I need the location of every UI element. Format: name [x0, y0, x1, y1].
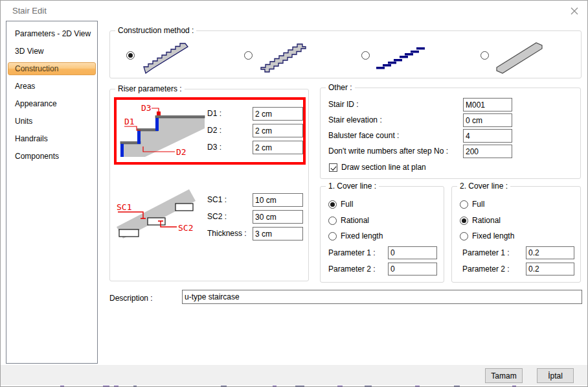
stair-plain-slab-icon: [495, 40, 545, 74]
cover1-radio-rational[interactable]: [328, 217, 337, 225]
title-bar: Stair Edit: [1, 1, 587, 21]
sc2-label: SC2 :: [207, 210, 227, 224]
thickness-input[interactable]: [253, 227, 303, 240]
construction-method-radio-steps-on-slab[interactable]: [126, 51, 135, 60]
cover1-parameter1-input[interactable]: [388, 246, 437, 259]
sidebar-item-parameters-2d-view[interactable]: Parameters - 2D View: [6, 25, 97, 43]
d2-label: D2 :: [207, 124, 221, 137]
cancel-button[interactable]: İptal: [537, 368, 574, 383]
cover2-full-label: Full: [472, 198, 484, 211]
other-group-title: Other :: [326, 83, 355, 92]
baluster-face-count-input[interactable]: [463, 129, 512, 143]
sc2-input[interactable]: [253, 210, 303, 224]
cover2-radio-rational[interactable]: [460, 217, 468, 225]
cover1-parameter1-label: Parameter 1 :: [328, 246, 376, 259]
cover2-rational-label: Rational: [472, 214, 501, 228]
cover1-radio-fixed-length[interactable]: [328, 232, 337, 240]
sidebar-item-areas[interactable]: Areas: [6, 78, 97, 95]
close-icon[interactable]: [567, 4, 582, 18]
other-group: Other : Stair ID : Stair elevation : Bal…: [320, 88, 581, 179]
no-numbers-after-step-label: Don't write numbers after step No :: [328, 145, 448, 158]
sc1-input[interactable]: [253, 193, 303, 207]
construction-method-group-title: Construction method :: [115, 26, 196, 35]
riser-diagram: D1 D3 D2: [119, 102, 209, 162]
dialog-title: Stair Edit: [12, 6, 47, 16]
svg-text:SC1: SC1: [117, 202, 131, 212]
d3-input[interactable]: [253, 141, 303, 154]
d1-label: D1 :: [207, 107, 221, 121]
baluster-face-count-label: Baluster face count :: [328, 129, 399, 143]
svg-text:D1: D1: [124, 117, 135, 126]
draw-section-line-label: Draw section line at plan: [341, 161, 426, 174]
construction-method-radio-floating-steps[interactable]: [361, 51, 370, 60]
stair-floating-steps-icon: [374, 40, 426, 71]
draw-section-line-checkbox[interactable]: [329, 163, 337, 172]
sc1-label: SC1 :: [207, 193, 227, 207]
stair-edit-dialog: Stair Edit Parameters - 2D View 3D View …: [0, 0, 588, 387]
thickness-label: Thickness :: [207, 227, 247, 240]
sidebar: Parameters - 2D View 3D View Constructio…: [6, 21, 98, 364]
slab-cover-diagram: SC1 SC2: [114, 188, 199, 242]
cover2-radio-full[interactable]: [460, 200, 468, 209]
sidebar-item-3d-view[interactable]: 3D View: [6, 43, 97, 60]
cover1-radio-full[interactable]: [328, 200, 337, 209]
no-numbers-after-step-input[interactable]: [463, 145, 512, 158]
cover-line-1-group: 1. Cover line : Full Rational Fixed leng…: [320, 186, 444, 283]
cover2-parameter2-input[interactable]: [526, 263, 574, 276]
construction-method-radio-zigzag-steps[interactable]: [244, 51, 253, 60]
cover1-fixed-length-label: Fixed length: [341, 229, 383, 243]
cover1-parameter2-label: Parameter 2 :: [328, 263, 376, 276]
d1-input[interactable]: [253, 107, 303, 121]
sidebar-item-units[interactable]: Units: [6, 113, 97, 130]
svg-text:D3: D3: [141, 103, 152, 113]
svg-text:SC2: SC2: [178, 223, 193, 233]
sidebar-item-handrails[interactable]: Handrails: [6, 130, 97, 148]
sidebar-item-construction[interactable]: Construction: [8, 62, 96, 75]
cover2-parameter2-label: Parameter 2 :: [462, 263, 510, 276]
cover1-rational-label: Rational: [341, 214, 369, 228]
stair-elevation-input[interactable]: [463, 113, 512, 127]
stair-steps-on-slab-icon: [139, 38, 190, 75]
ok-button[interactable]: Tamam: [485, 368, 523, 383]
sidebar-item-components[interactable]: Components: [6, 148, 97, 165]
cover1-parameter2-input[interactable]: [388, 263, 437, 276]
cover2-radio-fixed-length[interactable]: [460, 232, 468, 240]
stair-elevation-label: Stair elevation :: [328, 113, 382, 127]
footer-bar: Tamam İptal: [1, 365, 587, 385]
construction-method-radio-plain-slab[interactable]: [481, 51, 489, 60]
stair-id-label: Stair ID :: [328, 98, 359, 111]
riser-parameters-group: Riser parameters : D1 D3 D2 D1 : D: [109, 89, 309, 281]
cover-line-1-group-title: 1. Cover line :: [326, 182, 379, 191]
svg-text:D2: D2: [176, 147, 187, 157]
construction-method-group: Construction method :: [109, 30, 582, 78]
cover-line-2-group: 2. Cover line : Full Rational Fixed leng…: [451, 186, 581, 283]
stair-zigzag-steps-icon: [258, 40, 310, 75]
riser-parameters-group-title: Riser parameters :: [115, 84, 185, 93]
d2-input[interactable]: [253, 124, 303, 137]
cover-line-2-group-title: 2. Cover line :: [457, 182, 510, 191]
description-input[interactable]: [182, 290, 582, 304]
cover1-full-label: Full: [341, 198, 353, 211]
cover2-parameter1-input[interactable]: [526, 246, 574, 259]
cover2-parameter1-label: Parameter 1 :: [462, 246, 510, 259]
d3-label: D3 :: [207, 141, 221, 154]
description-label: Description :: [109, 292, 153, 305]
stair-id-input[interactable]: [463, 98, 512, 111]
sidebar-item-appearance[interactable]: Appearance: [6, 95, 97, 113]
cover2-fixed-length-label: Fixed length: [472, 229, 514, 243]
